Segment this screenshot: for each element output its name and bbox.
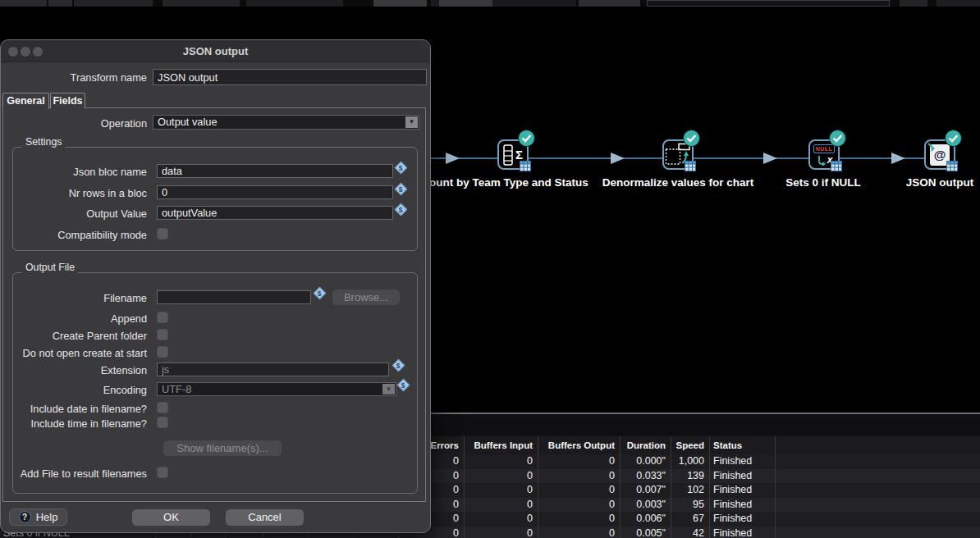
column-header-status[interactable]: Status: [710, 436, 776, 454]
tab-fields[interactable]: Fields: [50, 93, 85, 108]
dialog-titlebar[interactable]: JSON output: [1, 40, 430, 62]
cell-filler: [776, 498, 980, 513]
chevron-down-icon[interactable]: ▼: [405, 116, 418, 128]
create-parent-folder-label: Create Parent folder: [1, 330, 147, 342]
dollar-glyph: $: [399, 163, 403, 171]
cell-status: Finished: [710, 483, 776, 498]
output-value-label: Output Value: [1, 207, 147, 220]
add-file-to-result-checkbox[interactable]: [157, 467, 168, 478]
include-time-checkbox[interactable]: [157, 417, 168, 428]
json-bloc-name-input[interactable]: [157, 164, 393, 178]
data-grid-icon[interactable]: [520, 161, 531, 171]
filename-input[interactable]: [157, 290, 311, 304]
show-filenames-button[interactable]: Show filename(s)...: [163, 440, 282, 456]
sigma-glyph: Σ: [515, 148, 523, 162]
hop-arrowhead: [763, 153, 777, 164]
data-grid-icon[interactable]: [685, 161, 696, 171]
nr-rows-input[interactable]: [157, 185, 393, 199]
cell-filler: [776, 527, 980, 538]
cell-speed: 139: [671, 469, 710, 484]
compatibility-mode-checkbox[interactable]: [157, 228, 168, 239]
include-date-checkbox[interactable]: [157, 402, 168, 413]
json-output-dialog: JSON output Transform name General Field…: [0, 39, 431, 533]
operation-value: Output value: [158, 116, 218, 128]
data-grid-icon[interactable]: [831, 161, 842, 171]
cell-status: Finished: [710, 498, 776, 513]
hop-line: [840, 157, 924, 159]
input-arrow-glyph: [927, 143, 936, 152]
node-label[interactable]: Denormalize values for chart: [602, 176, 754, 189]
do-not-open-create-checkbox[interactable]: [157, 346, 168, 358]
filename-label: Filename: [1, 292, 147, 304]
success-check-icon: [683, 130, 700, 147]
help-button[interactable]: ? Help: [9, 508, 67, 526]
arrow-down-glyph: [816, 155, 826, 166]
extension-input[interactable]: [157, 362, 389, 376]
create-parent-folder-checkbox[interactable]: [157, 329, 168, 340]
tab-general[interactable]: General: [2, 93, 49, 109]
node-label[interactable]: JSON output: [906, 176, 974, 189]
toolbar-segment: [936, 0, 980, 7]
ok-button[interactable]: OK: [132, 509, 210, 526]
append-checkbox[interactable]: [157, 312, 168, 323]
close-button-icon[interactable]: [8, 47, 18, 57]
cell-buffers-output: 0: [538, 512, 621, 527]
cell-status: Finished: [710, 469, 776, 484]
toolbar-segment: [74, 0, 153, 7]
toolbar-segment: [0, 0, 47, 7]
maximize-button-icon[interactable]: [33, 47, 43, 57]
browse-button[interactable]: Browse...: [332, 290, 400, 305]
top-toolbar: [0, 0, 980, 7]
minimize-button-icon[interactable]: [21, 47, 30, 57]
dollar-glyph: $: [396, 361, 401, 369]
include-time-label: Include time in filename?: [1, 417, 147, 430]
nr-rows-label: Nr rows in a bloc: [1, 187, 147, 199]
cell-buffers-output: 0: [538, 498, 621, 513]
cell-status: Finished: [710, 527, 776, 538]
help-button-label: Help: [36, 511, 58, 523]
column-header-buffers-input[interactable]: Buffers Input: [465, 436, 538, 454]
chevron-down-icon[interactable]: ▼: [382, 384, 395, 394]
node-label[interactable]: Sets 0 if NULL: [785, 176, 861, 189]
output-value-input[interactable]: [157, 206, 393, 220]
cell-speed: 1,000: [671, 454, 710, 469]
toolbar-segment: [579, 0, 640, 7]
column-header-speed[interactable]: Speed: [671, 436, 710, 454]
cancel-button[interactable]: Cancel: [226, 509, 304, 526]
json-bloc-name-label: Json bloc name: [1, 166, 147, 178]
toolbar-segment: [900, 0, 927, 7]
append-label: Append: [1, 312, 147, 325]
node-label[interactable]: Count by Team Type and Status: [421, 176, 588, 189]
cell-filler: [776, 483, 980, 498]
cell-filler: [776, 469, 980, 484]
operation-combo[interactable]: Output value ▼: [153, 115, 419, 130]
transform-name-input[interactable]: [153, 69, 427, 85]
cell-buffers-input: 0: [465, 512, 538, 527]
help-icon: ?: [19, 511, 31, 523]
cell-speed: 95: [671, 498, 710, 513]
dollar-glyph: $: [401, 381, 405, 389]
cell-buffers-input: 0: [465, 527, 538, 538]
toolbar-segment: [163, 0, 240, 7]
cell-buffers-input: 0: [465, 469, 538, 484]
operation-label: Operation: [1, 117, 147, 130]
add-file-to-result-label: Add File to result filenames: [1, 467, 147, 480]
cell-filler: [776, 454, 980, 469]
settings-group-title: Settings: [22, 136, 65, 148]
encoding-label: Encoding: [1, 384, 147, 396]
encoding-value: UTF-8: [162, 383, 191, 395]
output-file-group-title: Output File: [22, 262, 78, 273]
cell-buffers-output: 0: [538, 527, 621, 538]
hop-line: [694, 157, 808, 159]
encoding-combo[interactable]: UTF-8 ▼: [157, 382, 396, 396]
cell-duration: 0.006": [621, 512, 671, 527]
cell-speed: 67: [671, 512, 710, 527]
toolbar-segment: [439, 0, 492, 7]
column-header-buffers-output[interactable]: Buffers Output: [538, 436, 621, 454]
header-cell-filler: [776, 436, 980, 454]
data-grid-icon[interactable]: [946, 161, 958, 171]
column-header-duration[interactable]: Duration: [621, 436, 671, 454]
cell-duration: 0.005": [621, 527, 671, 538]
cell-status: Finished: [710, 512, 776, 527]
cell-filler: [776, 512, 980, 527]
